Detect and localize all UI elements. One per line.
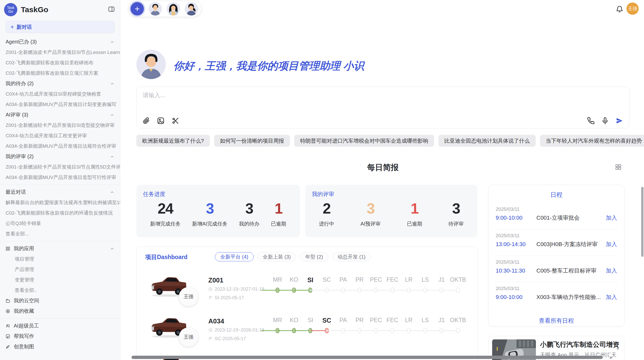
- sidebar-task-item[interactable]: C0X4-动力总成开发项目工程变更评审: [0, 130, 120, 141]
- sidebar-task-item[interactable]: C0X4-动力总成开发项目SI里程碑提交物检查: [0, 89, 120, 99]
- flag-icon: [208, 337, 213, 341]
- layout-grid-icon[interactable]: [615, 164, 622, 170]
- sidebar-section-agent-done[interactable]: Agent已办 (3): [0, 37, 120, 47]
- project-row-z001[interactable]: 王强 Z001 2023-12-19~2027-01-19 SI-2025-05…: [137, 273, 477, 313]
- filter-chip[interactable]: 年型 (2): [300, 252, 328, 261]
- suggestion-chip[interactable]: 欧洲新规最近颁布了什么?: [136, 135, 210, 147]
- suggestion-chip[interactable]: 比亚迪全固态电池计划具体说了什么: [438, 135, 536, 147]
- sidebar-section-my-review[interactable]: 我的评审 (2): [0, 151, 120, 162]
- milestone-label: SI: [302, 276, 319, 284]
- join-button[interactable]: 加入: [606, 241, 617, 248]
- project-dates: 2023-12-19~2027-01-19: [208, 287, 264, 292]
- scissors-icon[interactable]: [172, 117, 179, 125]
- agent-avatar-2[interactable]: [167, 2, 180, 16]
- stat-value: 1: [271, 201, 286, 216]
- milestone-label: SC: [319, 317, 335, 324]
- user-name: 王强: [628, 6, 637, 12]
- apps-view-all[interactable]: 查看全部..: [0, 285, 120, 295]
- join-button[interactable]: 加入: [606, 293, 617, 301]
- app-item[interactable]: 变更管理: [0, 275, 120, 285]
- horizontal-scrollbar[interactable]: [131, 356, 603, 359]
- filter-chip[interactable]: 动总开发 (1): [332, 252, 371, 261]
- stat-label: 新增AI完成任务: [192, 220, 227, 227]
- milestone-dot: [456, 328, 460, 333]
- milestone-label: PR: [352, 317, 368, 324]
- sidebar-item-creative-draw[interactable]: 创意制图: [0, 341, 120, 352]
- phone-icon[interactable]: [587, 117, 595, 125]
- sidebar-task-item[interactable]: C02-飞腾新能源轻客改款项目里程碑画布: [0, 57, 120, 68]
- app-item[interactable]: 项目管理: [0, 254, 120, 264]
- ai-staff-label: AI超级员工: [14, 322, 114, 329]
- schedule-time: 9:00-10:00: [496, 215, 536, 221]
- microphone-icon[interactable]: [601, 117, 609, 125]
- logo-line1: Task: [7, 6, 14, 10]
- sidebar-collapse-icon[interactable]: [108, 6, 115, 13]
- filter-chip[interactable]: 全新上装 (3): [257, 252, 296, 261]
- sidebar-section-recent-chats[interactable]: 最近对话: [0, 187, 120, 197]
- sidebar-item-help-write[interactable]: 帮我写作: [0, 331, 120, 341]
- sidebar-item-ai-staff[interactable]: AI超级员工: [0, 321, 120, 331]
- recent-chat-item[interactable]: 公司Q3轻卡销量: [0, 218, 120, 229]
- schedule-date: 2025/03/11: [496, 206, 520, 212]
- milestone-label: FEC: [384, 317, 401, 324]
- project-flag: SC-2025-05-17: [208, 336, 246, 341]
- sidebar-item-favorites[interactable]: 我的收藏: [0, 306, 120, 316]
- recent-chat-item[interactable]: 解释最新出台的欧盟报废车法规再生塑料比例被调至15%...: [0, 197, 120, 208]
- recent-items: 解释最新出台的欧盟报废车法规再生塑料比例被调至15%...C02-飞腾新能源轻客…: [0, 197, 120, 229]
- notification-bell-icon[interactable]: [616, 6, 623, 13]
- attachment-icon[interactable]: [142, 117, 150, 125]
- filter-chip[interactable]: 全新平台 (4): [215, 252, 254, 261]
- suggestion-chip[interactable]: 当下年轻人对汽车外观有怎样的喜好趋势: [540, 135, 644, 147]
- milestone-label: LR: [401, 276, 417, 283]
- new-chat-button[interactable]: + 新对话: [6, 21, 114, 33]
- scroll-down-icon[interactable]: ▼: [616, 346, 620, 352]
- stat: 3 我的待办: [239, 201, 259, 227]
- sidebar-task-item[interactable]: Z001-全新燃油皮卡产品开发项目SI节点Lesson Learn报告: [0, 47, 120, 57]
- view-all-schedule-link[interactable]: 查看所有日程: [489, 317, 624, 325]
- join-button[interactable]: 加入: [606, 267, 617, 275]
- agent-avatar-1[interactable]: [149, 2, 162, 16]
- suggestion-chip[interactable]: 如何写一份清晰的项目周报: [214, 135, 290, 147]
- sidebar-section-ai-review[interactable]: AI评审 (3): [0, 110, 120, 120]
- sidebar-item-cloud-space[interactable]: 我的云空间: [0, 295, 120, 306]
- project-dashboard-card: 项目Dashboard 全新平台 (4)全新上装 (3)年型 (2)动总开发 (…: [136, 246, 478, 360]
- milestone-label: PA: [335, 276, 352, 283]
- sidebar-task-item[interactable]: Z001-全新燃油轻卡产品开发项目SI节点属性5D文件评审: [0, 162, 120, 172]
- sidebar-section-my-todo[interactable]: 我的待办 (2): [0, 78, 120, 89]
- join-button[interactable]: 加入: [606, 214, 617, 222]
- cloud-space-label: 我的云空间: [14, 297, 114, 304]
- section-label: 最近对话: [6, 189, 26, 196]
- suggestion-chip[interactable]: 特朗普可能对进口汽车增税会对中国车企造成哪些影响: [294, 135, 434, 147]
- chat-input[interactable]: [142, 92, 576, 99]
- milestone-label: PEC: [368, 276, 384, 283]
- chevron-up-icon: [110, 113, 114, 117]
- stat-label: 新增完成任务: [150, 220, 181, 227]
- image-icon[interactable]: [157, 117, 165, 125]
- project-row-a034[interactable]: 王强 A034 2023-12-19~2026-01-19 SC-2025-05…: [137, 313, 477, 354]
- scroll-right-icon[interactable]: ▶: [610, 356, 613, 359]
- send-icon[interactable]: [616, 117, 623, 125]
- app-item[interactable]: 产品管理: [0, 264, 120, 275]
- agent-avatar-3[interactable]: [185, 2, 198, 16]
- sidebar-task-item[interactable]: A034-全新新能源MUV产品开发项目计划变更表编写: [0, 99, 120, 110]
- sidebar-task-item[interactable]: Z001-全新燃油轻卡产品开发项目SI造型提交物评审: [0, 120, 120, 130]
- sidebar-item-my-apps[interactable]: 我的应用: [0, 243, 120, 254]
- recent-view-all[interactable]: 查看全部...: [0, 229, 120, 239]
- sidebar-task-item[interactable]: A034-全新新能源MUV产品开发项目法规符合性评审: [0, 141, 120, 151]
- milestone: PEC: [368, 313, 384, 338]
- milestone-label: MR: [269, 317, 286, 324]
- sidebar-task-item[interactable]: C02-飞腾新能源轻客改款项目立项汇报方案: [0, 68, 120, 78]
- add-agent-button[interactable]: +: [130, 2, 144, 16]
- milestone-label: KO: [286, 317, 302, 324]
- chevron-up-icon: [110, 246, 114, 251]
- vertical-scrollbar[interactable]: [641, 187, 643, 257]
- sidebar-task-item[interactable]: A034-全新新能源MUV产品开发项目造型可行性评审: [0, 172, 120, 183]
- chevron-up-icon: [110, 154, 114, 159]
- milestone: OKTB: [450, 273, 466, 297]
- folder-icon: [6, 298, 10, 303]
- user-avatar[interactable]: 王强: [626, 3, 639, 15]
- recent-chat-item[interactable]: C02-飞腾新能源轻客改款项目的闭环通告反馈情况: [0, 208, 120, 218]
- schedule-event-title: X003-车辆动力学性能验...: [536, 293, 606, 301]
- task-progress-card: 任务进度 24 新增完成任务 3 新增AI完成任务 3 我的待办 1: [136, 185, 300, 237]
- new-chat-label: 新对话: [17, 24, 32, 31]
